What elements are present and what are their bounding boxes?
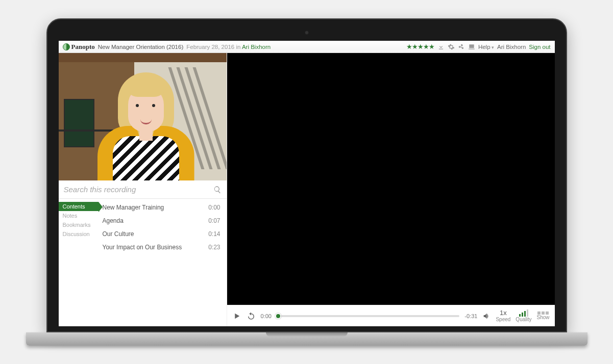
laptop-base [26, 332, 587, 346]
brand-logo-icon [63, 43, 70, 50]
seek-bar[interactable] [278, 313, 460, 320]
rewind-button[interactable] [247, 311, 256, 321]
download-icon[interactable] [437, 43, 445, 50]
laptop-bezel: Panopto New Manager Orientation (2016) F… [46, 18, 567, 332]
remaining-time: -0:31 [464, 313, 477, 319]
laptop-camera-icon [305, 31, 309, 35]
presenter-person-icon [95, 72, 197, 180]
panel-row: Contents Notes Bookmarks Discussion New … [59, 199, 227, 326]
recording-date: February 28, 2016 [186, 44, 234, 50]
tab-bookmarks[interactable]: Bookmarks [59, 220, 99, 229]
in-word: in [236, 44, 240, 50]
speed-value: 1x [500, 309, 507, 317]
info-icon[interactable] [468, 43, 475, 50]
tab-discussion[interactable]: Discussion [59, 229, 99, 239]
quality-bars-icon [519, 309, 528, 317]
toc-item[interactable]: Your Impact on Our Business 0:23 [103, 241, 220, 254]
top-bar: Panopto New Manager Orientation (2016) F… [59, 41, 555, 53]
rewind-icon [247, 311, 256, 321]
current-time: 0:00 [261, 313, 273, 319]
sign-out-link[interactable]: Sign out [529, 44, 550, 50]
search-icon[interactable] [213, 186, 222, 194]
volume-button[interactable] [482, 312, 491, 320]
laptop-frame: Panopto New Manager Orientation (2016) F… [46, 18, 567, 346]
recording-meta: February 28, 2016 in Ari Bixhorn [186, 44, 271, 50]
toc-item-title: Our Culture [103, 230, 134, 238]
author-link[interactable]: Ari Bixhorn [242, 44, 271, 50]
toc-list: New Manager Training 0:00 Agenda 0:07 Ou… [99, 199, 227, 326]
show-control[interactable]: Show [536, 311, 549, 320]
seek-thumb-icon[interactable] [275, 313, 281, 319]
toc-item[interactable]: New Manager Training 0:00 [103, 201, 220, 214]
toc-item-time: 0:07 [208, 217, 220, 224]
quality-control[interactable]: Quality [516, 309, 531, 322]
tab-contents[interactable]: Contents [59, 202, 99, 211]
toc-item-time: 0:23 [208, 244, 220, 251]
right-panel: 0:00 -0:31 1x Speed [227, 53, 555, 326]
user-name[interactable]: Ari Bixhorn [497, 44, 526, 50]
volume-icon [482, 312, 491, 320]
side-tabs: Contents Notes Bookmarks Discussion [59, 199, 99, 326]
rating-stars[interactable]: ★★★★★ [406, 43, 434, 50]
search-input[interactable] [64, 185, 213, 194]
toc-item-title: New Manager Training [103, 204, 164, 211]
presenter-video-thumb[interactable] [59, 53, 227, 180]
toc-item-title: Agenda [103, 217, 124, 224]
settings-icon[interactable] [448, 43, 455, 50]
toc-item[interactable]: Our Culture 0:14 [103, 227, 220, 241]
body: Contents Notes Bookmarks Discussion New … [59, 53, 555, 326]
app-screen: Panopto New Manager Orientation (2016) F… [59, 41, 555, 326]
toc-item-time: 0:00 [208, 204, 220, 211]
seek-track [278, 315, 460, 317]
main-video-area[interactable] [227, 53, 555, 305]
speed-label: Speed [496, 317, 510, 322]
left-panel: Contents Notes Bookmarks Discussion New … [59, 53, 227, 326]
search-bar [59, 180, 227, 199]
tab-notes[interactable]: Notes [59, 211, 99, 220]
toc-item-time: 0:14 [208, 230, 220, 238]
player-controls: 0:00 -0:31 1x Speed [227, 305, 555, 326]
play-button[interactable] [232, 311, 241, 321]
help-menu[interactable]: Help [478, 44, 494, 50]
brand-logo[interactable]: Panopto [63, 43, 95, 51]
toc-item-title: Your Impact on Our Business [103, 244, 182, 251]
brand-name: Panopto [71, 43, 95, 51]
recording-title: New Manager Orientation (2016) [98, 44, 183, 50]
share-icon[interactable] [458, 43, 465, 50]
play-icon [232, 311, 241, 321]
toc-item[interactable]: Agenda 0:07 [103, 214, 220, 227]
speed-control[interactable]: 1x Speed [496, 309, 510, 322]
quality-label: Quality [516, 317, 531, 322]
presenter-scene-panel [64, 99, 94, 147]
show-label: Show [536, 315, 549, 320]
